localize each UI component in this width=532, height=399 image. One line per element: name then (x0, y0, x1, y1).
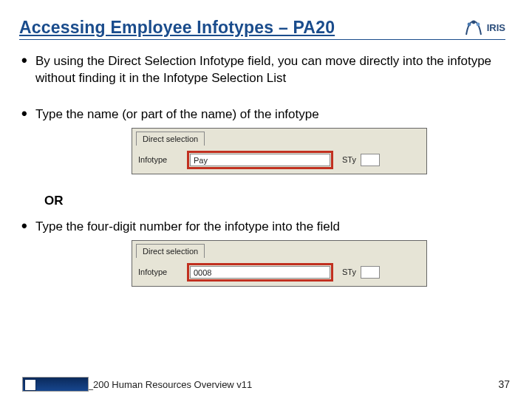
iris-logo: IRIS (463, 20, 505, 36)
or-separator: OR (44, 194, 505, 208)
sty-input-2[interactable] (361, 266, 380, 279)
page-title: Accessing Employee Infotypes – PA20 (19, 18, 335, 38)
svg-point-1 (471, 20, 475, 24)
bullet-3-text: Type the four-digit number for the infot… (35, 219, 340, 233)
bullet-2: Type the name (or part of the name) of t… (19, 106, 505, 174)
bullet-3: Type the four-digit number for the infot… (19, 219, 505, 287)
tab-direct-selection[interactable]: Direct selection (136, 132, 205, 146)
infotype-input-highlight: Pay (187, 151, 333, 169)
title-row: Accessing Employee Infotypes – PA20 IRIS (19, 18, 505, 40)
sty-label-2: STy (342, 267, 356, 278)
bullet-2-text: Type the name (or part of the name) of t… (35, 107, 319, 121)
svg-point-0 (467, 22, 471, 26)
sty-input[interactable] (361, 154, 380, 166)
course-code: HR_200 Human Resources Overview v11 (74, 379, 252, 390)
tab-direct-selection-2[interactable]: Direct selection (136, 244, 205, 258)
bullet-1: By using the Direct Selection Infotype f… (19, 53, 505, 87)
sap-direct-selection-box: Direct selection Infotype Pay STy (132, 128, 427, 174)
infotype-label-2: Infotype (138, 267, 183, 278)
university-kentucky-badge (22, 377, 89, 392)
sty-label: STy (342, 154, 356, 166)
svg-point-2 (476, 22, 480, 26)
page-number: 37 (498, 378, 510, 390)
infotype-input-highlight-2: 0008 (187, 263, 333, 282)
infotype-input-2[interactable]: 0008 (190, 266, 330, 279)
infotype-label: Infotype (138, 154, 183, 166)
logo-text: IRIS (487, 22, 505, 33)
infotype-input[interactable]: Pay (190, 154, 330, 166)
sap-direct-selection-box-2: Direct selection Infotype 0008 STy (132, 240, 427, 287)
